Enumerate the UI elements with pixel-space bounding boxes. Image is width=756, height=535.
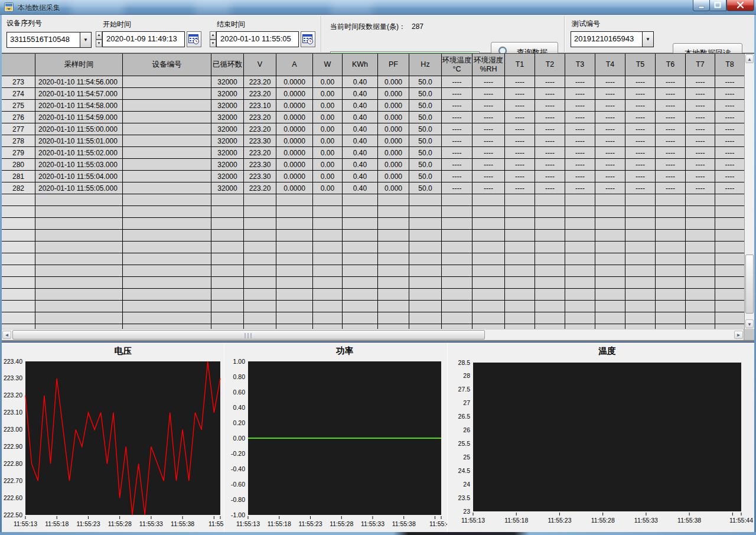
table-cell[interactable] [595, 289, 625, 301]
table-cell[interactable] [244, 265, 276, 277]
table-cell[interactable]: 0.0000 [276, 171, 313, 182]
table-cell[interactable] [378, 218, 409, 230]
table-cell[interactable]: ---- [535, 76, 565, 88]
table-cell[interactable] [715, 324, 745, 329]
table-cell[interactable]: ---- [535, 100, 565, 112]
table-cell[interactable]: ---- [442, 88, 472, 100]
table-cell[interactable] [656, 242, 686, 253]
table-cell[interactable] [595, 218, 625, 230]
table-cell[interactable] [565, 194, 595, 206]
table-cell[interactable] [313, 194, 343, 206]
table-cell[interactable] [409, 301, 442, 312]
title-bar[interactable]: 本地数据采集 [0, 0, 756, 15]
table-cell[interactable] [715, 312, 745, 324]
table-cell[interactable]: ---- [472, 100, 505, 112]
table-cell[interactable] [409, 324, 442, 329]
table-cell[interactable]: ---- [715, 135, 745, 147]
table-cell[interactable]: 278 [2, 135, 35, 147]
table-cell[interactable] [472, 218, 505, 230]
table-cell[interactable] [123, 324, 211, 329]
table-cell[interactable] [211, 289, 244, 301]
table-cell[interactable] [715, 277, 745, 289]
table-cell[interactable]: ---- [505, 182, 535, 194]
table-cell[interactable] [472, 230, 505, 242]
table-cell[interactable] [472, 277, 505, 289]
table-cell[interactable] [123, 147, 211, 159]
table-cell[interactable]: ---- [442, 112, 472, 123]
table-cell[interactable]: 32000 [211, 112, 244, 123]
start-time-spinner[interactable]: ▲ ▼ [96, 31, 102, 47]
scroll-right-icon[interactable]: ► [734, 331, 743, 339]
table-cell[interactable]: ---- [472, 112, 505, 123]
table-cell[interactable] [442, 312, 472, 324]
table-cell[interactable] [442, 230, 472, 242]
table-cell[interactable]: ---- [715, 159, 745, 171]
table-cell[interactable] [472, 206, 505, 218]
table-cell[interactable] [472, 265, 505, 277]
table-cell[interactable] [715, 289, 745, 301]
table-cell[interactable] [535, 253, 565, 265]
table-cell[interactable] [2, 194, 35, 206]
table-cell[interactable]: 0.0000 [276, 100, 313, 112]
table-empty-row[interactable] [2, 289, 745, 301]
table-cell[interactable]: 2020-01-10 11:55:05.000 [35, 182, 123, 194]
table-cell[interactable] [244, 194, 276, 206]
table-cell[interactable] [656, 277, 686, 289]
table-cell[interactable]: 279 [2, 147, 35, 159]
table-cell[interactable]: ---- [715, 171, 745, 182]
table-cell[interactable]: 223.30 [244, 159, 276, 171]
table-cell[interactable] [378, 206, 409, 218]
table-cell[interactable] [625, 253, 656, 265]
table-cell[interactable]: 50.0 [409, 182, 442, 194]
table-cell[interactable]: 0.40 [343, 112, 378, 123]
table-cell[interactable] [2, 230, 35, 242]
spin-down-icon[interactable]: ▼ [210, 40, 216, 48]
table-cell[interactable]: 32000 [211, 88, 244, 100]
end-time-input[interactable]: 2020-01-10 11:55:05 [216, 31, 299, 47]
table-cell[interactable] [123, 242, 211, 253]
table-cell[interactable]: 0.0000 [276, 112, 313, 123]
table-cell[interactable] [625, 194, 656, 206]
table-cell[interactable]: 0.40 [343, 76, 378, 88]
maximize-button[interactable] [710, 0, 726, 11]
table-cell[interactable] [123, 194, 211, 206]
table-cell[interactable] [123, 123, 211, 135]
table-cell[interactable] [123, 182, 211, 194]
table-cell[interactable]: 0.0000 [276, 76, 313, 88]
table-cell[interactable]: 2020-01-10 11:54:58.000 [35, 100, 123, 112]
close-button[interactable] [726, 0, 754, 11]
table-cell[interactable]: ---- [505, 147, 535, 159]
table-cell[interactable]: 275 [2, 100, 35, 112]
table-cell[interactable] [409, 218, 442, 230]
table-cell[interactable]: ---- [595, 100, 625, 112]
table-cell[interactable] [535, 312, 565, 324]
table-cell[interactable] [211, 324, 244, 329]
table-cell[interactable]: 2020-01-10 11:54:59.000 [35, 112, 123, 123]
table-cell[interactable] [715, 206, 745, 218]
table-cell[interactable]: ---- [505, 159, 535, 171]
table-cell[interactable] [625, 312, 656, 324]
table-cell[interactable] [211, 230, 244, 242]
table-cell[interactable] [343, 312, 378, 324]
table-cell[interactable] [715, 230, 745, 242]
table-cell[interactable] [123, 253, 211, 265]
table-cell[interactable]: 277 [2, 123, 35, 135]
table-cell[interactable] [472, 289, 505, 301]
table-cell[interactable]: 282 [2, 182, 35, 194]
scroll-left-icon[interactable]: ◄ [2, 331, 11, 339]
table-cell[interactable] [565, 277, 595, 289]
table-cell[interactable] [595, 265, 625, 277]
table-cell[interactable] [686, 206, 715, 218]
table-cell[interactable]: ---- [686, 88, 715, 100]
table-cell[interactable]: ---- [656, 88, 686, 100]
table-cell[interactable] [565, 206, 595, 218]
table-cell[interactable]: ---- [505, 112, 535, 123]
table-cell[interactable] [656, 253, 686, 265]
table-cell[interactable]: 0.000 [378, 147, 409, 159]
table-cell[interactable] [595, 194, 625, 206]
table-cell[interactable] [123, 206, 211, 218]
table-cell[interactable]: ---- [535, 112, 565, 123]
table-empty-row[interactable] [2, 206, 745, 218]
table-cell[interactable]: ---- [565, 100, 595, 112]
table-cell[interactable]: 223.30 [244, 135, 276, 147]
